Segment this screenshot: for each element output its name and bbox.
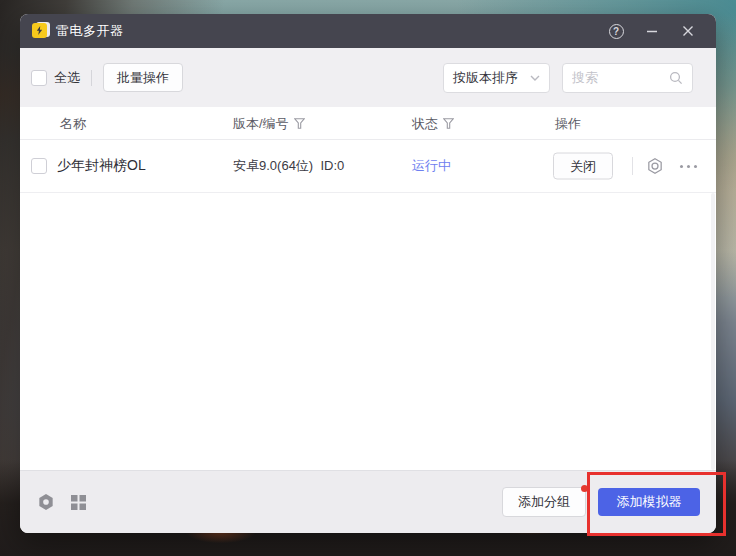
lightning-bolt-icon	[35, 26, 44, 35]
window-title: 雷电多开器	[56, 22, 124, 40]
status-badge: 运行中	[412, 157, 451, 175]
minimize-button[interactable]	[638, 17, 666, 45]
layout-grid-icon[interactable]	[70, 494, 87, 511]
emulator-name: 少年封神榜OL	[57, 157, 146, 175]
filter-icon[interactable]	[294, 118, 305, 129]
settings-icon[interactable]	[645, 156, 665, 176]
ldplayer-multi-instance-window: 雷电多开器 ? 全选 批量操作 按版本排序	[20, 14, 716, 533]
emulator-row[interactable]: 少年封神榜OL 安卓9.0(64位) ID:0 运行中 关闭	[20, 140, 716, 193]
notification-dot	[581, 485, 588, 492]
minimize-icon	[646, 25, 658, 37]
more-options-icon[interactable]	[680, 156, 697, 176]
column-header-status: 状态	[412, 107, 454, 140]
help-button[interactable]: ?	[602, 17, 630, 45]
add-group-button[interactable]: 添加分组	[502, 487, 586, 517]
app-logo-icon	[32, 23, 48, 39]
filter-icon[interactable]	[443, 118, 454, 129]
close-icon	[682, 25, 694, 37]
toolbar: 全选 批量操作 按版本排序	[20, 48, 716, 107]
row-checkbox[interactable]	[31, 158, 47, 174]
scrollbar-track[interactable]	[711, 193, 715, 470]
sort-dropdown-value: 按版本排序	[453, 69, 518, 87]
stop-emulator-button[interactable]: 关闭	[553, 153, 613, 180]
select-all-checkbox[interactable]	[31, 70, 47, 86]
footer-bar: 添加分组 添加模拟器	[20, 470, 716, 533]
chevron-down-icon	[530, 75, 540, 81]
global-settings-icon[interactable]	[36, 492, 56, 512]
select-all-label: 全选	[54, 69, 80, 87]
close-button[interactable]	[674, 17, 702, 45]
column-header-version: 版本/编号	[233, 107, 305, 140]
batch-operations-button[interactable]: 批量操作	[103, 63, 183, 92]
sort-dropdown[interactable]: 按版本排序	[443, 63, 550, 93]
toolbar-divider	[91, 70, 92, 86]
search-icon[interactable]	[669, 71, 683, 85]
instance-list-empty-area	[20, 193, 716, 470]
search-box	[562, 63, 693, 93]
column-header-name: 名称	[60, 107, 86, 140]
column-header-action: 操作	[555, 107, 581, 140]
search-input[interactable]	[572, 70, 669, 85]
row-action-divider	[632, 157, 633, 175]
add-emulator-button[interactable]: 添加模拟器	[598, 488, 700, 516]
table-header: 名称 版本/编号 状态 操作	[20, 107, 716, 140]
help-icon: ?	[609, 24, 624, 39]
titlebar: 雷电多开器 ?	[20, 14, 716, 48]
emulator-version: 安卓9.0(64位) ID:0	[233, 157, 344, 175]
